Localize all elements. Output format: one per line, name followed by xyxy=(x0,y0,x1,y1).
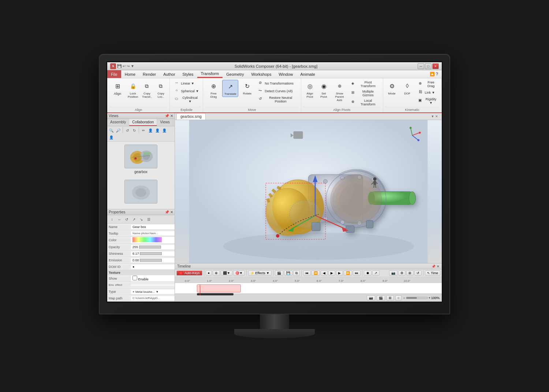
list-item[interactable]: gearbox xyxy=(107,142,175,177)
tl-settings-footer[interactable]: 🎬 xyxy=(377,295,385,300)
zoom-slider[interactable] xyxy=(406,297,428,299)
viewport-tab-gearbox[interactable]: gearbox.smg xyxy=(176,113,206,120)
autokeys-button[interactable]: Auto-Keys xyxy=(176,270,202,276)
spherical-button[interactable]: ○ Spherical ▼ xyxy=(172,87,201,95)
lock-position-button[interactable]: 🔒 LockPosition xyxy=(126,80,139,100)
tl-loop[interactable]: ↺ xyxy=(414,270,422,276)
views-panel-pin[interactable]: 📌 ✕ xyxy=(165,114,173,118)
multiple-gizmos-button[interactable]: ⊞ Multiple Gizmos xyxy=(349,89,381,98)
set-pivot-button[interactable]: ◉ SetPivot xyxy=(317,80,330,100)
zoom-in-icon[interactable]: + xyxy=(429,296,430,300)
linear-button[interactable]: ↔ Linear ▼ xyxy=(172,80,201,87)
prop-value-shininess[interactable]: 6.17 xyxy=(131,251,175,256)
rigidity-button[interactable]: ▣ Rigidity ▼ xyxy=(416,97,439,105)
close-button[interactable]: ✕ xyxy=(432,63,439,69)
menu-workshops[interactable]: Workshops xyxy=(248,70,275,78)
prop-value-domid[interactable]: ● xyxy=(131,265,175,269)
user-icon-4[interactable]: 👤 xyxy=(108,134,115,141)
menu-styles[interactable]: Styles xyxy=(179,70,197,78)
tl-export-btn[interactable]: ↗ xyxy=(372,270,380,276)
free-drag-button[interactable]: ⊕ FreeDrag xyxy=(205,80,221,100)
tl-next-frame[interactable]: ▶ xyxy=(336,270,343,276)
tl-play[interactable]: ▶ xyxy=(328,270,335,276)
prop-value-tooltip[interactable]: Name (Actor.Nam... xyxy=(131,231,175,235)
menu-window[interactable]: Window xyxy=(275,70,296,78)
menu-file[interactable]: File xyxy=(107,70,121,78)
shininess-slider[interactable] xyxy=(140,252,162,255)
show-parent-axis-button[interactable]: ⊕ ShowParent Axis xyxy=(331,80,348,103)
prop-value-name[interactable]: Gear box xyxy=(131,225,175,229)
align-pivot-button[interactable]: ◎ AlignPivot xyxy=(303,80,317,100)
tl-btn-4[interactable]: 🎯▼ xyxy=(233,270,245,276)
tab-views[interactable]: Views xyxy=(157,119,173,126)
menu-render[interactable]: Render xyxy=(139,70,160,78)
edit-icon[interactable]: ✏ xyxy=(140,127,147,134)
menu-author[interactable]: Author xyxy=(160,70,179,78)
prop-expand-icon[interactable]: ↗ xyxy=(131,216,137,223)
keyframe-button[interactable]: ● xyxy=(206,270,212,276)
tl-next-key[interactable]: ⏩ xyxy=(344,270,352,276)
menu-transform[interactable]: Transform xyxy=(197,70,223,78)
tl-grid-footer[interactable]: ⊞ xyxy=(386,295,394,300)
minimize-button[interactable]: ─ xyxy=(418,63,424,69)
viewport-3d[interactable] xyxy=(175,120,442,263)
tl-record-btn[interactable]: ⏺ xyxy=(364,270,371,276)
user-icon-2[interactable]: 👤 xyxy=(154,127,161,134)
menu-animate[interactable]: Animate xyxy=(297,70,319,78)
align-button[interactable]: ⊞ Align xyxy=(109,80,126,97)
opacity-slider[interactable] xyxy=(139,246,161,249)
detect-curves-button[interactable]: 〜 Detect Curves (Alt) xyxy=(256,87,298,95)
undo-tool-icon[interactable]: ↺ xyxy=(124,127,131,134)
tl-camera-lock[interactable]: 📷 xyxy=(389,270,397,276)
tl-camera-btn[interactable]: 🎬 xyxy=(275,270,283,276)
emission-slider[interactable] xyxy=(140,259,162,262)
type-dropdown-icon[interactable]: ▼ xyxy=(156,290,158,294)
user-icon-1[interactable]: 👤 xyxy=(147,127,154,134)
add-key-button[interactable]: ⊕ xyxy=(213,270,220,276)
copy-transformation-button[interactable]: ⧉ CopyTransf.. xyxy=(140,80,153,100)
effects-button[interactable]: ⚡ Effects ▼ xyxy=(248,270,272,276)
quick-save-icon[interactable]: 💾 xyxy=(117,64,122,68)
redo-tool-icon[interactable]: ↻ xyxy=(131,127,138,134)
tl-goto-end[interactable]: ⏭ xyxy=(353,270,361,276)
local-transform-button[interactable]: ⊗ Local Transform xyxy=(349,98,381,107)
prop-refresh-icon[interactable]: ↺ xyxy=(123,216,130,223)
prop-value-mappath[interactable]: C:\Users\Jeff\AppD... xyxy=(131,296,175,300)
prop-sort-icon[interactable]: ↕ xyxy=(109,216,115,223)
timeline-pin[interactable]: 📌 ✕ xyxy=(432,265,440,268)
tl-btn-3[interactable]: ⬛▼ xyxy=(221,270,232,276)
prop-value-emission[interactable]: 0.00 xyxy=(131,258,175,262)
prop-value-show[interactable]: Enable xyxy=(131,275,175,281)
zoom-out-icon[interactable]: − xyxy=(403,296,405,300)
menu-geometry[interactable]: Geometry xyxy=(223,70,247,78)
rotate-button[interactable]: ↻ Rotate xyxy=(239,80,255,96)
copy-location-button[interactable]: ⧉ CopyLoc.. xyxy=(154,80,167,100)
cylindrical-button[interactable]: ⬭ Cylindrical ▼ xyxy=(172,95,201,104)
color-swatch[interactable] xyxy=(132,237,162,242)
tl-prev-frame[interactable]: ◀ xyxy=(321,270,328,276)
quick-access-dropdown[interactable]: ▼ xyxy=(131,64,134,68)
tab-assembly[interactable]: Assembly xyxy=(107,119,129,126)
tl-camera-footer[interactable]: 📷 xyxy=(367,295,375,300)
search-icon[interactable]: 🔍 xyxy=(108,127,115,134)
tl-save-btn[interactable]: 💾 xyxy=(284,270,292,276)
show-enable-checkbox[interactable] xyxy=(132,276,137,280)
tl-prev-key[interactable]: ⏪ xyxy=(311,270,320,276)
link-button[interactable]: ⛓ Link ▼ xyxy=(416,89,439,96)
tl-loop-footer[interactable]: ○ xyxy=(395,295,402,300)
restore-neutral-button[interactable]: ↺ Restore Neutral Position xyxy=(256,95,298,104)
track-marker-1[interactable] xyxy=(197,293,234,295)
translate-button[interactable]: ↗ Translate xyxy=(222,80,238,97)
properties-pin[interactable]: 📌 ✕ xyxy=(165,210,173,214)
tl-settings[interactable]: ⚙ xyxy=(398,270,406,276)
time-button[interactable]: ↖ Time xyxy=(425,270,440,276)
viewport-menu-icon[interactable]: ▼ ✕ xyxy=(429,114,440,119)
tl-snap-btn[interactable]: ⧉ xyxy=(293,270,300,276)
tl-grid[interactable]: ⊞ xyxy=(406,270,414,276)
free-drag-kin-button[interactable]: ⊕ Free Drag xyxy=(416,80,439,89)
prop-value-color[interactable] xyxy=(131,237,175,243)
dof-button[interactable]: ◊ DOF xyxy=(399,80,415,96)
prop-menu-icon[interactable]: ☰ xyxy=(145,216,152,223)
tab-collaboration[interactable]: Collaboration xyxy=(129,119,157,126)
prop-value-type[interactable]: ● Metal brushe... ▼ xyxy=(131,290,175,294)
